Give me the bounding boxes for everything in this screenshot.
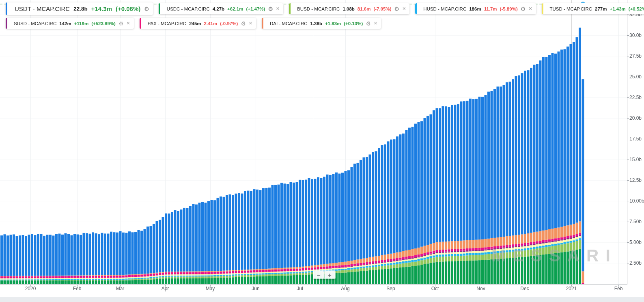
series-change: +1.83m: [325, 21, 341, 26]
settings-gear-icon[interactable]: ⚙: [521, 6, 526, 12]
series-change: +14.3m: [91, 5, 112, 12]
y-axis-label: 17.5b: [629, 136, 642, 142]
series-value: 4.27b: [213, 6, 224, 11]
legend-chip-susd[interactable]: SUSD - MCAP.CIRC142m+119m(+523.89%)⚙✕: [6, 18, 134, 29]
series-color-swatch: [542, 3, 543, 14]
close-icon[interactable]: ✕: [528, 6, 532, 11]
legend-row-bottom: SUSD - MCAP.CIRC142m+119m(+523.89%)⚙✕PAX…: [6, 18, 381, 29]
series-change-pct: (+0.06%): [116, 5, 140, 12]
series-title: DAI - MCAP.CIRC: [270, 21, 307, 26]
legend-chip-usdt[interactable]: USDT - MCAP.CIRC22.8b+14.3m(+0.06%)⚙: [6, 2, 153, 15]
series-change-pct: (-0.97%): [220, 21, 238, 26]
series-value: 142m: [59, 21, 71, 26]
y-axis-label: 12.5b: [629, 177, 642, 183]
legend-chip-dai[interactable]: DAI - MCAP.CIRC1.38b+1.83m(+0.13%)⚙✕: [262, 18, 381, 29]
y-axis-label: 5.00b: [629, 239, 642, 245]
y-axis-label: 2.50b: [629, 260, 642, 266]
series-change-pct: (+1.47%): [246, 6, 265, 11]
series-title: SUSD - MCAP.CIRC: [14, 21, 56, 26]
settings-gear-icon[interactable]: ⚙: [268, 6, 273, 12]
series-title: PAX - MCAP.CIRC: [148, 21, 186, 26]
series-color-swatch: [159, 3, 160, 14]
settings-gear-icon[interactable]: ⚙: [241, 21, 246, 26]
series-title: USDC - MCAP.CIRC: [167, 6, 210, 11]
zoom-in-button[interactable]: +: [325, 271, 335, 278]
series-color-swatch: [140, 18, 141, 29]
series-change: +62.1m: [227, 6, 243, 11]
x-axis-label: Nov: [476, 286, 485, 291]
x-axis-label: 2020: [25, 286, 36, 291]
settings-gear-icon[interactable]: ⚙: [118, 21, 124, 26]
series-title: BUSD - MCAP.CIRC: [297, 6, 340, 11]
messari-watermark: MESSARI: [491, 246, 617, 265]
x-axis-label: Mar: [116, 286, 125, 291]
y-axis-label: 20.0b: [629, 115, 642, 121]
series-color-swatch: [6, 2, 7, 15]
x-axis-label: Aug: [341, 286, 349, 291]
settings-gear-icon[interactable]: ⚙: [394, 6, 400, 12]
series-value: 245m: [189, 21, 201, 26]
x-axis-label: Jun: [252, 286, 259, 291]
series-change-pct: (-7.05%): [373, 6, 391, 11]
y-axis-label: 22.5b: [629, 95, 642, 100]
legend-chip-usdc[interactable]: USDC - MCAP.CIRC4.27b+62.1m(+1.47%)⚙✕: [159, 3, 283, 14]
legend-chip-husd[interactable]: HUSD - MCAP.CIRC186m11.7m(-5.89%)⚙✕: [415, 3, 536, 14]
x-axis-label: May: [206, 286, 215, 291]
legend-row-top: USDT - MCAP.CIRC22.8b+14.3m(+0.06%)⚙USDC…: [6, 2, 644, 15]
y-axis-label: 10.00b: [629, 198, 644, 204]
x-axis-label: Apr: [162, 286, 169, 291]
series-value: 277m: [595, 6, 607, 11]
series-change-pct: (+0.52%): [629, 6, 644, 11]
stablecoin-mcap-chart-app: MESSARI USDT - MCAP.CIRC22.8b+14.3m(+0.0…: [0, 0, 644, 302]
series-value: 1.38b: [310, 21, 322, 26]
close-icon[interactable]: ✕: [276, 6, 280, 11]
y-axis-label: 27.5b: [629, 53, 642, 59]
series-color-swatch: [262, 18, 263, 29]
close-icon[interactable]: ✕: [374, 21, 377, 26]
x-axis-label: Dec: [520, 286, 529, 291]
series-change: 2.41m: [204, 21, 218, 26]
series-change: +119m: [74, 21, 89, 26]
zoom-control: − +: [313, 270, 336, 279]
legend-chip-pax[interactable]: PAX - MCAP.CIRC245m2.41m(-0.97%)⚙✕: [140, 18, 256, 29]
x-axis-label: Feb: [73, 286, 82, 291]
settings-gear-icon[interactable]: ⚙: [366, 21, 371, 26]
series-value: 22.8b: [73, 6, 88, 12]
x-axis-label: Jul: [297, 286, 303, 291]
x-axis-label: Sep: [386, 286, 395, 291]
close-icon[interactable]: ✕: [402, 6, 406, 11]
series-title: TUSD - MCAP.CIRC: [550, 6, 592, 11]
series-color-swatch: [289, 3, 291, 14]
legend-chip-tusd[interactable]: TUSD - MCAP.CIRC277m+1.43m(+0.52%)⚙✕: [542, 3, 644, 14]
x-axis-label: Oct: [431, 286, 439, 291]
series-change: 11.7m: [484, 6, 497, 11]
series-change-pct: (-5.89%): [500, 6, 518, 11]
x-axis-label: Feb: [614, 286, 623, 291]
series-change-pct: (+0.13%): [344, 21, 363, 26]
settings-gear-icon[interactable]: ⚙: [144, 6, 149, 12]
series-color-swatch: [6, 18, 7, 29]
legend-chip-busd[interactable]: BUSD - MCAP.CIRC1.08b81.6m(-7.05%)⚙✕: [289, 3, 409, 14]
series-change-pct: (+523.89%): [91, 21, 116, 26]
series-title: HUSD - MCAP.CIRC: [423, 6, 466, 11]
x-axis-label: 2021: [566, 286, 577, 291]
series-title: USDT - MCAP.CIRC: [15, 5, 70, 12]
y-axis-label: 7.50b: [629, 219, 642, 224]
zoom-out-button[interactable]: −: [314, 271, 324, 278]
close-icon[interactable]: ✕: [126, 21, 130, 26]
series-change: 81.6m: [358, 6, 371, 11]
close-icon[interactable]: ✕: [249, 21, 252, 26]
series-value: 186m: [469, 6, 481, 11]
y-axis-label: 30.0b: [629, 32, 642, 38]
series-value: 1.08b: [342, 6, 354, 11]
y-axis-label: 25.0b: [629, 74, 642, 80]
series-color-swatch: [415, 3, 417, 14]
series-change: +1.43m: [610, 6, 626, 11]
y-axis-label: 15.0b: [629, 157, 642, 162]
bottom-scrollbar-track[interactable]: [0, 297, 644, 302]
